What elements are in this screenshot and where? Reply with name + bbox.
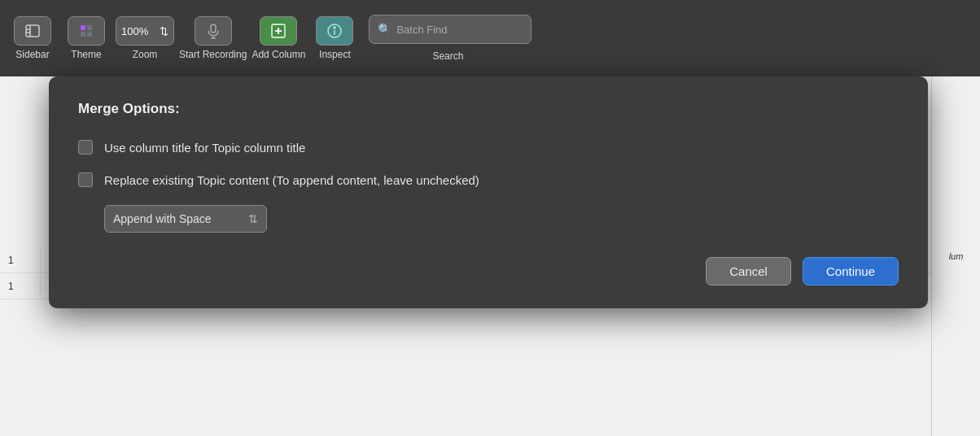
sidebar-group: Sidebar bbox=[8, 16, 57, 60]
cancel-button[interactable]: Cancel bbox=[706, 257, 791, 286]
option1-checkbox[interactable] bbox=[78, 140, 93, 155]
option2-label: Replace existing Topic content (To appen… bbox=[104, 173, 479, 187]
dialog-buttons: Cancel Continue bbox=[78, 257, 899, 286]
search-icon: 🔍 bbox=[378, 23, 392, 36]
inspect-button[interactable] bbox=[316, 16, 353, 46]
search-bar[interactable]: 🔍 bbox=[369, 15, 532, 44]
chevron-updown-icon: ⇅ bbox=[248, 212, 258, 225]
zoom-button[interactable]: 100% ⇅ bbox=[116, 16, 174, 46]
option1-label: Use column title for Topic column title bbox=[104, 141, 305, 155]
recording-group: Start Recording bbox=[179, 16, 247, 60]
option2-checkbox[interactable] bbox=[78, 172, 93, 187]
main-area: 1 7 illo expedita consequatur quia in 1 … bbox=[0, 76, 980, 436]
svg-rect-5 bbox=[87, 25, 92, 30]
svg-rect-8 bbox=[211, 24, 216, 33]
sidebar-button[interactable] bbox=[14, 16, 51, 46]
toolbar: Sidebar Theme 100% ⇅ Zoom bbox=[0, 0, 980, 76]
search-input[interactable] bbox=[396, 24, 510, 36]
zoom-value: 100% bbox=[121, 25, 148, 37]
add-column-button[interactable] bbox=[260, 16, 297, 46]
theme-label: Theme bbox=[71, 49, 101, 60]
continue-button[interactable]: Continue bbox=[803, 257, 899, 286]
modal-overlay: Merge Options: Use column title for Topi… bbox=[0, 76, 980, 436]
theme-group: Theme bbox=[62, 16, 111, 60]
dialog-title: Merge Options: bbox=[78, 101, 899, 117]
add-column-group: Add Column bbox=[252, 16, 305, 60]
svg-rect-4 bbox=[81, 25, 85, 30]
search-group: 🔍 Search bbox=[364, 15, 532, 62]
inspect-label: Inspect bbox=[319, 49, 351, 60]
sidebar-label: Sidebar bbox=[15, 49, 49, 60]
svg-point-16 bbox=[334, 27, 335, 28]
option2-row: Replace existing Topic content (To appen… bbox=[78, 172, 899, 187]
zoom-group: 100% ⇅ Zoom bbox=[116, 16, 174, 60]
svg-rect-6 bbox=[81, 32, 85, 37]
svg-rect-7 bbox=[87, 32, 92, 37]
recording-button[interactable] bbox=[195, 16, 232, 46]
recording-label: Start Recording bbox=[179, 49, 247, 60]
option1-row: Use column title for Topic column title bbox=[78, 140, 899, 155]
search-label: Search bbox=[432, 50, 463, 62]
inspect-group: Inspect bbox=[310, 16, 359, 60]
zoom-stepper-icon: ⇅ bbox=[160, 25, 168, 37]
dropdown-value: Append with Space bbox=[113, 212, 212, 225]
dropdown-wrapper: Append with Space ⇅ bbox=[104, 205, 899, 233]
add-column-label: Add Column bbox=[252, 49, 305, 60]
zoom-label: Zoom bbox=[133, 49, 158, 60]
theme-button[interactable] bbox=[68, 16, 105, 46]
merge-options-dialog: Merge Options: Use column title for Topi… bbox=[49, 76, 928, 308]
append-dropdown[interactable]: Append with Space ⇅ bbox=[104, 205, 267, 233]
svg-rect-0 bbox=[26, 25, 39, 37]
